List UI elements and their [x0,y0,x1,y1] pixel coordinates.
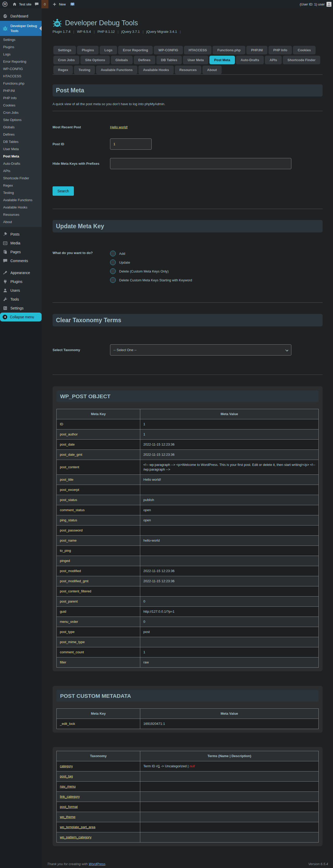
sidebar-submenu-item[interactable]: Available Hooks [0,204,42,211]
tab[interactable]: Error Reporting [118,46,153,54]
term-id-link[interactable]: 1 [158,764,160,768]
avatar[interactable] [327,2,331,7]
sidebar-submenu-item[interactable]: Defines [0,131,42,138]
tab[interactable]: About [202,66,222,74]
sidebar-item-appearance[interactable]: Appearance [0,268,42,277]
comment-count-badge[interactable]: 0 [41,0,48,8]
sidebar-submenu-item[interactable]: HTACCESS [0,72,42,80]
sidebar-item-settings[interactable]: Settings [0,304,42,313]
taxonomy-link[interactable]: wp_template_part_area [60,825,96,829]
sidebar-submenu-item[interactable]: Resources [0,211,42,218]
sidebar-submenu-item[interactable]: PHP Info [0,94,42,101]
sidebar-item-plugins[interactable]: Plugins [0,277,42,286]
radio-button[interactable] [110,277,116,283]
tab[interactable]: Functions.php [212,46,245,54]
radio-option[interactable]: Update [110,258,192,267]
sidebar-submenu-item[interactable]: Available Functions [0,196,42,204]
hide-prefixes-input[interactable] [110,158,291,169]
tab[interactable]: Auto-Drafts [236,56,264,64]
meta-value-cell: 1 [140,647,319,657]
sidebar-item-dashboard[interactable]: Dashboard [0,11,42,21]
tab[interactable]: Plugins [77,46,99,54]
taxonomy-select[interactable]: -- Select One -- [110,344,291,355]
sidebar-submenu-item[interactable]: Post Meta [0,153,42,160]
sidebar-submenu-item[interactable]: About [0,218,42,225]
tab[interactable]: Logs [100,46,117,54]
comments-bubble-icon[interactable] [34,2,39,7]
sidebar-item-media[interactable]: Media [0,239,42,248]
book-icon[interactable] [70,2,75,7]
tab[interactable]: Available Functions [96,66,137,74]
taxonomy-link[interactable]: nav_menu [60,784,76,788]
radio-button[interactable] [110,259,116,265]
sidebar-submenu-item[interactable]: Cron Jobs [0,109,42,116]
sidebar-submenu-item[interactable]: Functions.php [0,80,42,87]
search-button[interactable]: Search [53,186,74,196]
radio-option[interactable]: Delete Custom Meta Keys Starting with Ke… [110,276,192,284]
radio-button[interactable] [110,268,116,274]
radio-option[interactable]: Add [110,249,192,258]
wordpress-link[interactable]: WordPress [89,862,105,866]
tab[interactable]: Defines [134,56,155,64]
taxonomy-link[interactable]: wp_pattern_category [60,835,91,839]
radio-option[interactable]: Delete (Custom Meta Keys Only) [110,267,192,276]
sidebar-submenu-item[interactable]: APIs [0,167,42,175]
sidebar-submenu-item[interactable]: Error Reporting [0,58,42,65]
most-recent-post-link[interactable]: Hello world! [110,125,128,129]
post-id-input[interactable] [110,138,152,150]
sidebar-item-pages[interactable]: Pages [0,248,42,256]
sidebar-item-users[interactable]: Users [0,286,42,295]
tab[interactable]: Site Options [80,56,110,64]
section-description: A quick view of all the post meta so you… [53,102,323,106]
sidebar-submenu-item[interactable]: PHP.INI [0,87,42,94]
tab[interactable]: DB Tables [156,56,182,64]
tab[interactable]: Cron Jobs [53,56,79,64]
sidebar-submenu-item[interactable]: Settings [0,36,42,43]
sidebar-submenu-item[interactable]: Regex [0,182,42,189]
taxonomy-link[interactable]: wp_theme [60,815,75,819]
tab[interactable]: PHP Info [268,46,292,54]
sidebar-submenu-item[interactable]: Globals [0,123,42,131]
radio-button[interactable] [110,251,116,256]
radio-label: Delete (Custom Meta Keys Only) [119,269,169,273]
sidebar-submenu-item[interactable]: Shortcode Finder [0,175,42,182]
tab[interactable]: Testing [74,66,95,74]
admin-bar-site-link[interactable]: Test site [12,2,31,7]
sidebar-item-developer-debug-tools[interactable]: W Developer Debug Tools [0,21,42,36]
tab[interactable]: Regex [53,66,73,74]
collapse-menu-button[interactable]: Collapse menu [0,313,42,321]
taxonomy-link[interactable]: link_category [60,795,80,799]
sidebar-submenu-item[interactable]: Site Options [0,116,42,123]
tab-label: Available Hooks [143,68,169,72]
taxonomy-link[interactable]: category [60,764,73,768]
tab[interactable]: Shortcode Finder [283,56,320,64]
tab[interactable]: APIs [265,56,282,64]
sidebar-item-posts[interactable]: Posts [0,230,42,239]
sidebar-item-tools[interactable]: Tools [0,295,42,304]
tab[interactable]: Cookies [293,46,315,54]
sidebar-submenu-label: About [3,220,12,224]
sidebar-submenu-item[interactable]: Cookies [0,101,42,109]
tab[interactable]: Available Hooks [138,66,174,74]
tab[interactable]: PHP.INI [246,46,267,54]
sidebar-submenu-item[interactable]: Auto-Drafts [0,160,42,167]
sidebar-submenu-item[interactable]: User Meta [0,145,42,153]
tab[interactable]: User Meta [183,56,208,64]
tab[interactable]: Settings [53,46,76,54]
tab[interactable]: Post Meta [209,56,235,64]
tab[interactable]: Resources [175,66,201,74]
tab[interactable]: HTACCESS [184,46,212,54]
sidebar-submenu-item[interactable]: DB Tables [0,138,42,145]
tab[interactable]: Globals [111,56,133,64]
wordpress-logo-icon[interactable]: W [2,2,7,7]
admin-bar-user-label[interactable]: (User ID: 1) user [300,2,325,6]
sidebar-submenu-item[interactable]: Plugins [0,43,42,51]
taxonomy-link[interactable]: post_tag [60,774,73,778]
sidebar-item-comments[interactable]: Comments [0,256,42,265]
sidebar-submenu-item[interactable]: WP-CONFIG [0,65,42,72]
sidebar-submenu-item[interactable]: Testing [0,189,42,196]
tab[interactable]: WP-CONFIG [154,46,183,54]
new-content-button[interactable]: New [52,2,66,7]
sidebar-submenu-item[interactable]: Logs [0,51,42,58]
taxonomy-link[interactable]: post_format [60,805,78,809]
